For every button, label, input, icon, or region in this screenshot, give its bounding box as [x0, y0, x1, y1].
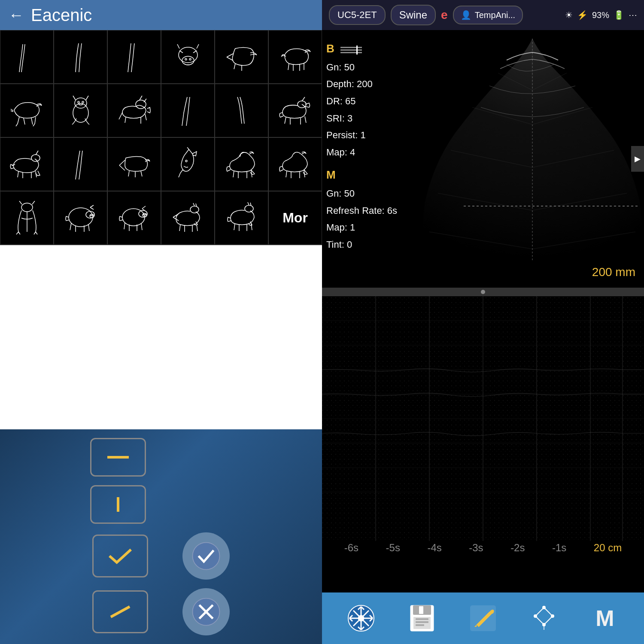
animal-cell-horse-head[interactable]: [161, 137, 215, 191]
animal-cell-leg1[interactable]: [0, 30, 54, 84]
user-label: TempAni...: [475, 10, 515, 20]
animal-cell-dog-silhouette[interactable]: [0, 137, 54, 191]
svg-point-57: [358, 616, 364, 621]
back-button[interactable]: ←: [9, 6, 24, 24]
svg-point-12: [21, 203, 33, 212]
animal-cell-cat-hanging[interactable]: [0, 191, 54, 245]
user-icon: 👤: [461, 10, 471, 20]
animal-cell-animal-lying[interactable]: [107, 137, 161, 191]
animal-cell-dog-standing[interactable]: [268, 84, 322, 137]
svg-point-21: [143, 214, 144, 215]
confirm-cancel-button[interactable]: [182, 588, 230, 635]
left-panel: ← Eacenic: [0, 0, 322, 644]
svg-point-11: [185, 160, 187, 162]
svg-point-5: [73, 103, 88, 122]
m-label: M: [326, 168, 336, 181]
check-button[interactable]: [92, 535, 148, 577]
animal-cell-leg3[interactable]: [107, 30, 161, 84]
svg-point-27: [193, 543, 220, 570]
page-title: Eacenic: [31, 6, 92, 25]
animal-cell-pig-side[interactable]: [107, 191, 161, 245]
svg-point-3: [189, 58, 191, 60]
bottom-controls: [0, 429, 322, 644]
cm-label: 20 cm: [594, 542, 622, 554]
svg-point-4: [75, 98, 87, 108]
mmode-lines: [322, 296, 644, 541]
svg-rect-71: [416, 624, 424, 626]
battery-label: 93%: [592, 10, 609, 20]
right-panel: UC5-2ET Swine e 👤 TempAni... ☀ ⚡ 93% 🔋 ⋯…: [322, 0, 644, 644]
svg-point-7: [82, 101, 84, 103]
m-mode-label: M: [595, 605, 614, 631]
animal-grid: Mor: [0, 30, 322, 245]
depth-param: Depth: 200: [326, 76, 397, 93]
svg-point-6: [78, 101, 79, 103]
svg-rect-26: [117, 497, 119, 512]
animal-cell-leg2[interactable]: [54, 30, 107, 84]
svg-point-10: [31, 155, 40, 161]
svg-point-24: [245, 205, 253, 212]
right-top-bar: UC5-2ET Swine e 👤 TempAni... ☀ ⚡ 93% 🔋 ⋯: [322, 0, 644, 30]
time-minus5: -5s: [386, 542, 400, 554]
animal-cell-cat-sitting[interactable]: [54, 84, 107, 137]
freeze-button[interactable]: [340, 597, 383, 640]
animal-cell-cow-head[interactable]: [161, 30, 215, 84]
save-button[interactable]: [401, 597, 444, 640]
vertical-bar-button[interactable]: [90, 485, 146, 524]
more-icon[interactable]: ⋯: [629, 10, 637, 20]
mmode-display: -6s -5s -4s -3s -2s -1s 20 cm: [322, 296, 644, 592]
horizontal-bar-button[interactable]: [90, 438, 146, 477]
status-icons: ☀ ⚡ 93% 🔋 ⋯: [565, 10, 637, 20]
probe-button[interactable]: UC5-2ET: [329, 5, 386, 25]
animal-cell-pig-body[interactable]: [54, 191, 107, 245]
animal-cell-cow-arrow[interactable]: [215, 30, 268, 84]
right-side-buttons: ▶: [631, 146, 644, 172]
time-minus3: -3s: [469, 542, 483, 554]
animal-cell-goat-standing[interactable]: [215, 191, 268, 245]
svg-point-2: [185, 58, 187, 60]
header: ← Eacenic: [0, 0, 322, 30]
svg-line-28: [111, 607, 130, 617]
user-button[interactable]: 👤 TempAni...: [453, 6, 523, 24]
measure-button[interactable]: [522, 597, 565, 640]
svg-point-0: [179, 47, 197, 63]
svg-point-22: [145, 214, 146, 215]
edit-button[interactable]: [462, 597, 504, 640]
svg-point-16: [91, 215, 91, 216]
time-minus4: -4s: [427, 542, 441, 554]
time-minus6: -6s: [344, 542, 358, 554]
svg-line-75: [535, 608, 544, 616]
svg-rect-72: [419, 606, 423, 614]
animal-cell-cow-walking[interactable]: [0, 84, 54, 137]
animal-cell-goat-walking[interactable]: [161, 191, 215, 245]
refresh-rate-param: Refresh Rate: 6s: [326, 202, 397, 219]
bottom-nav: M: [322, 592, 644, 644]
time-minus2: -2s: [510, 542, 525, 554]
svg-point-79: [551, 615, 554, 617]
animal-cell-more[interactable]: Mor: [268, 191, 322, 245]
time-labels: -6s -5s -4s -3s -2s -1s 20 cm: [322, 542, 644, 554]
more-label: Mor: [283, 210, 308, 226]
sun-icon: ☀: [565, 10, 573, 20]
animal-cell-cat-walking[interactable]: [107, 84, 161, 137]
animal-cell-leg4[interactable]: [161, 84, 215, 137]
animal-cell-leg5[interactable]: [215, 84, 268, 137]
confirm-check-button[interactable]: [182, 532, 230, 580]
battery-icon: 🔋: [614, 10, 624, 20]
m-mode-button[interactable]: M: [583, 597, 626, 640]
svg-rect-70: [416, 621, 428, 623]
svg-line-77: [544, 616, 553, 625]
svg-line-76: [535, 616, 544, 625]
animal-indicator: e: [441, 8, 448, 22]
side-button-1[interactable]: ▶: [631, 146, 644, 172]
cancel-button[interactable]: [92, 590, 148, 633]
animal-cell-leg6[interactable]: [54, 137, 107, 191]
animal-cell-horse-full[interactable]: [215, 137, 268, 191]
animal-cell-horse-standing[interactable]: [268, 137, 322, 191]
animal-cell-cow-side[interactable]: [268, 30, 322, 84]
svg-point-80: [534, 615, 537, 617]
svg-line-74: [544, 608, 553, 616]
swine-button[interactable]: Swine: [391, 5, 436, 25]
persist-param: Persist: 1: [326, 127, 397, 144]
svg-point-23: [190, 206, 199, 213]
